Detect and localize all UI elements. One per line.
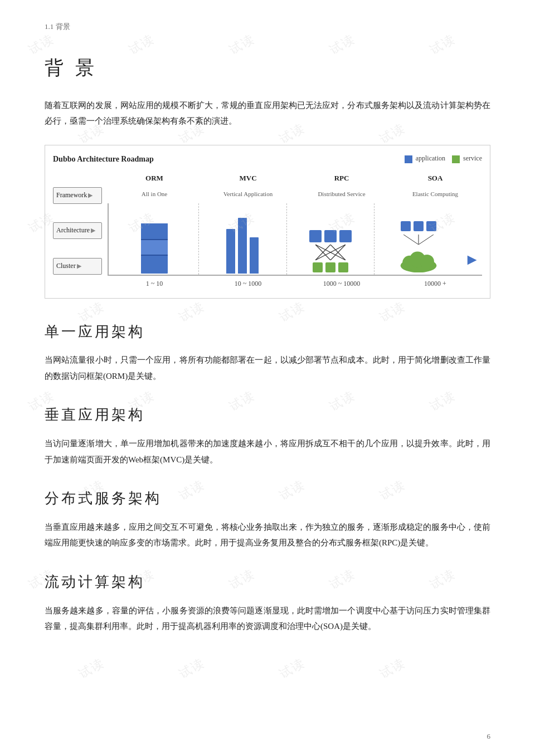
col-mvc [199, 203, 287, 275]
col-allinone [111, 203, 199, 275]
rpc-visual [290, 230, 371, 275]
section-heading-vertical: 垂直应用架构 [45, 402, 490, 428]
watermark: 试读 [74, 652, 108, 685]
left-label-cluster: Cluster ▶ [53, 258, 102, 275]
soa-cloud [398, 246, 439, 272]
intro-paragraph: 随着互联网的发展，网站应用的规模不断扩大，常规的垂直应用架构已无法应对，分布式服… [45, 97, 490, 129]
section-body-vertical: 当访问量逐渐增大，单一应用增加机器带来的加速度越来越小，将应用拆成互不相干的几个… [45, 436, 490, 467]
col-visuals: ► [108, 203, 482, 276]
col-sublabel-ec: Elastic Computing [388, 189, 482, 201]
diagram-body: Framework ▶ Architecture ▶ Cluster ▶ ORM… [53, 172, 482, 290]
diagram-legend: application service [405, 153, 482, 165]
rpc-node-1 [309, 230, 322, 242]
dubbo-diagram: Dubbo Architecture Roadmap application s… [45, 145, 490, 299]
col-sublabel-ds: Distributed Service [295, 189, 388, 201]
page-title: 背 景 [45, 51, 490, 85]
page-number: 6 [487, 730, 491, 743]
cloud-svg [398, 246, 439, 272]
legend-service-label: service [463, 154, 482, 162]
col-sublabel-aio: All in One [108, 189, 201, 201]
allinone-blocks [141, 203, 168, 275]
col-header-orm: ORM [108, 172, 201, 186]
architecture-arrow-icon: ▶ [91, 225, 95, 236]
col-scales: 1 ~ 10 10 ~ 1000 1000 ~ 10000 10000 + [108, 278, 482, 290]
legend-blue-box [405, 155, 412, 163]
aio-block-main [141, 223, 168, 274]
rpc-bottom-nodes [313, 262, 348, 272]
scale-2: 10 ~ 1000 [201, 278, 295, 290]
mvc-bars [226, 203, 259, 275]
soa-node-1 [401, 221, 411, 231]
svg-line-6 [403, 235, 419, 245]
col-subheaders: All in One Vertical Application Distribu… [108, 189, 482, 201]
left-labels: Framework ▶ Architecture ▶ Cluster ▶ [53, 172, 102, 290]
left-label-architecture: Architecture ▶ [53, 222, 102, 239]
section-heading-single: 单一应用架构 [45, 319, 490, 345]
cluster-arrow-icon: ▶ [77, 261, 81, 272]
soa-node-3 [426, 221, 436, 231]
rpc-green-3 [338, 262, 348, 272]
diagram-title: Dubbo Architecture Roadmap [53, 152, 154, 166]
soa-lines-svg [396, 235, 441, 245]
scale-1: 1 ~ 10 [108, 278, 201, 290]
page: 试读 试读 试读 试读 试读 试读 试读 试读 试读 试读 试读 试读 试读 试… [0, 0, 535, 756]
section-heading-distributed: 分布式服务架构 [45, 485, 490, 511]
rpc-node-2 [324, 230, 337, 242]
col-soa [374, 203, 462, 275]
diagram-arrow: ► [462, 246, 480, 275]
svg-line-8 [419, 235, 434, 245]
mvc-bar-3 [250, 237, 259, 274]
col-header-mvc: MVC [201, 172, 295, 186]
soa-visual [378, 203, 459, 275]
breadcrumb: 1.1 背景 [45, 20, 490, 33]
rpc-green-1 [313, 262, 323, 272]
soa-service-nodes [401, 221, 436, 231]
section-body-single: 当网站流量很小时，只需一个应用，将所有功能都部署在一起，以减少部署节点和成本。此… [45, 352, 490, 384]
svg-point-12 [420, 255, 434, 269]
mvc-bar-2 [238, 218, 247, 274]
legend-application: application [405, 153, 445, 165]
section-heading-flow: 流动计算架构 [45, 569, 490, 595]
section-body-flow: 当服务越来越多，容量的评估，小服务资源的浪费等问题逐渐显现，此时需增加一个调度中… [45, 603, 490, 635]
col-rpc [287, 203, 375, 275]
rpc-green-2 [325, 262, 335, 272]
legend-green-box [452, 155, 460, 163]
scale-4: 10000 + [388, 278, 482, 290]
col-sublabel-va: Vertical Application [201, 189, 295, 201]
diagram-header: Dubbo Architecture Roadmap application s… [53, 152, 482, 166]
rpc-lines-svg [308, 245, 353, 260]
left-label-framework: Framework ▶ [53, 187, 102, 204]
scale-3: 1000 ~ 10000 [295, 278, 388, 290]
columns-area: ORM MVC RPC SOA All in One Vertical Appl… [108, 172, 482, 290]
legend-service: service [452, 153, 482, 165]
legend-application-label: application [416, 154, 445, 162]
section-body-distributed: 当垂直应用越来越多，应用之间交互不可避免，将核心业务抽取出来，作为独立的服务，逐… [45, 519, 490, 551]
col-header-soa: SOA [388, 172, 482, 186]
rpc-top-nodes [309, 230, 352, 242]
rpc-node-3 [339, 230, 352, 242]
framework-arrow-icon: ▶ [88, 190, 93, 201]
col-header-rpc: RPC [295, 172, 388, 186]
watermark: 试读 [174, 652, 208, 685]
col-headers: ORM MVC RPC SOA [108, 172, 482, 186]
mvc-bar-1 [226, 229, 235, 274]
watermark: 试读 [375, 652, 409, 685]
watermark: 试读 [275, 652, 309, 685]
soa-node-2 [414, 221, 424, 231]
